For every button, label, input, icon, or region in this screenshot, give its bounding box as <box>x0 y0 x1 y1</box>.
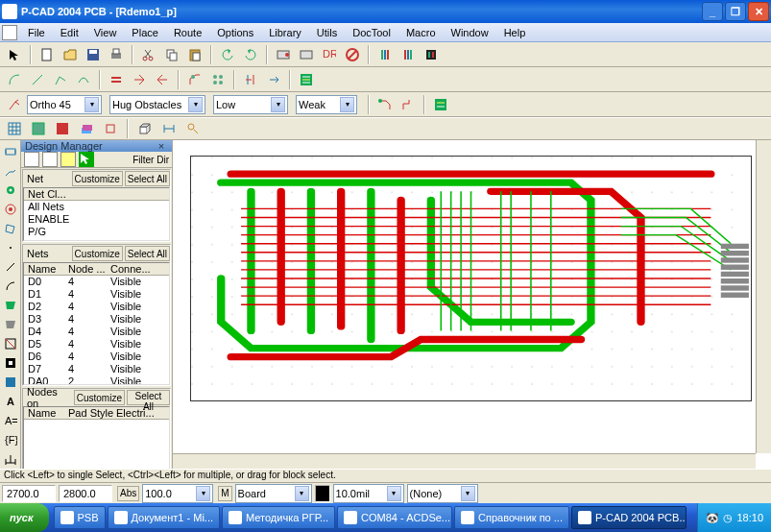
select-tool[interactable] <box>4 44 25 65</box>
taskbar-button[interactable]: P-CAD 2004 PCB... <box>571 506 687 529</box>
view-window-button[interactable] <box>28 118 49 139</box>
menu-library[interactable]: Library <box>262 26 308 39</box>
menu-view[interactable]: View <box>87 26 124 39</box>
clock[interactable]: 18:10 <box>736 512 763 523</box>
menu-file[interactable]: File <box>21 26 52 39</box>
place-polygon-button[interactable] <box>0 219 21 237</box>
place-field-button[interactable]: {F} <box>0 431 21 449</box>
nodes-customize-button[interactable]: Customize <box>74 390 125 405</box>
taskbar-button[interactable]: Методичка РГР... <box>222 506 335 529</box>
nodes-col-electri[interactable]: Electri... <box>116 407 165 419</box>
place-trace-button[interactable] <box>0 161 21 180</box>
dm-tool-4[interactable] <box>79 152 94 167</box>
tray-icon[interactable]: ◷ <box>723 512 733 524</box>
bias-combo[interactable]: Weak▾ <box>296 95 357 114</box>
place-plane-button[interactable] <box>0 354 21 373</box>
view-layers-button[interactable] <box>76 118 97 139</box>
view-assembly-button[interactable] <box>100 118 121 139</box>
place-room-button[interactable] <box>0 374 21 392</box>
save-button[interactable] <box>83 44 104 65</box>
width-combo[interactable]: 10.0mil▾ <box>333 484 404 503</box>
ortho-combo[interactable]: Ortho 45▾ <box>27 95 102 114</box>
view-3d-button[interactable] <box>134 118 156 139</box>
menu-doctool[interactable]: DocTool <box>346 26 398 39</box>
layer-color-swatch[interactable] <box>315 485 330 502</box>
macro-record-button[interactable] <box>273 44 294 65</box>
new-button[interactable] <box>36 44 58 65</box>
nodes-selectall-button[interactable]: Select All <box>127 390 170 405</box>
place-pad-button[interactable] <box>0 200 21 218</box>
menu-utils[interactable]: Utils <box>310 26 344 39</box>
menu-window[interactable]: Window <box>445 26 495 39</box>
close-button[interactable]: ✕ <box>748 2 769 21</box>
fanout-1-button[interactable] <box>129 69 150 90</box>
place-line-tool[interactable] <box>0 257 21 276</box>
coord-x[interactable]: 2700.0 <box>2 485 56 502</box>
menu-route[interactable]: Route <box>167 26 208 39</box>
fanout-2-button[interactable] <box>152 69 173 90</box>
nets-col-name[interactable]: Name <box>28 263 68 275</box>
place-cutout-button[interactable] <box>0 316 21 334</box>
menu-options[interactable]: Options <box>210 26 260 39</box>
net-list[interactable]: Net Cl... All Nets ENABLE P/G <box>23 187 170 241</box>
nodes-col-pad[interactable]: Pad Style <box>68 407 116 419</box>
place-component-button[interactable] <box>0 142 21 160</box>
table-row[interactable]: D34Visible <box>24 313 169 326</box>
obstacle-combo[interactable]: Hug Obstacles▾ <box>109 95 205 114</box>
view-nets-button[interactable] <box>52 118 73 139</box>
abs-button[interactable]: Abs <box>117 486 139 501</box>
maximize-button[interactable]: ❐ <box>725 2 746 21</box>
nets-customize-button[interactable]: Customize <box>72 246 123 261</box>
place-arc-button[interactable] <box>4 69 25 90</box>
cut-button[interactable] <box>138 44 159 65</box>
table-row[interactable]: D24Visible <box>24 301 169 313</box>
menu-edit[interactable]: Edit <box>54 26 85 39</box>
push-button[interactable] <box>240 69 261 90</box>
taskbar-button[interactable]: Справочник по ... <box>454 506 569 529</box>
dm-tool-3[interactable] <box>60 152 76 167</box>
paste-button[interactable] <box>184 44 205 65</box>
menu-help[interactable]: Help <box>497 26 533 39</box>
layer-combo[interactable]: Board▾ <box>235 484 312 503</box>
nets-col-conn[interactable]: Conne... <box>110 263 165 275</box>
effort-combo[interactable]: Low▾ <box>213 95 288 114</box>
taskbar-button[interactable]: Документ1 - Mi... <box>108 506 220 529</box>
nets-selectall-button[interactable]: Select All <box>125 246 170 261</box>
autoroute-settings-button[interactable] <box>430 94 451 115</box>
dm-tool-1[interactable] <box>24 152 39 167</box>
miter-button[interactable] <box>184 69 205 90</box>
minimize-button[interactable]: _ <box>702 2 723 21</box>
macro-play-button[interactable] <box>296 44 317 65</box>
place-arc2-button[interactable] <box>73 69 94 90</box>
place-via-button[interactable] <box>0 181 21 199</box>
stop-button[interactable] <box>342 44 363 65</box>
mdi-icon[interactable] <box>2 25 17 40</box>
horizontal-scrollbar[interactable] <box>173 453 756 469</box>
route-config-1[interactable] <box>374 94 396 115</box>
browse-button[interactable] <box>182 118 204 139</box>
filter-dir-label[interactable]: Filter Dir <box>133 155 169 165</box>
table-row[interactable]: D44Visible <box>24 326 169 338</box>
style-combo[interactable]: (None)▾ <box>407 484 478 503</box>
undo-button[interactable] <box>217 44 238 65</box>
via-pattern-button[interactable] <box>207 69 229 90</box>
drc-button[interactable]: DRC <box>319 44 340 65</box>
view-grid-button[interactable] <box>4 118 25 139</box>
place-attr-button[interactable]: A= <box>0 412 21 430</box>
table-row[interactable]: D04Visible <box>24 276 169 288</box>
net-selectall-button[interactable]: Select All <box>125 171 170 186</box>
close-panel-button[interactable]: × <box>155 140 168 152</box>
place-arc-tool[interactable] <box>0 277 21 295</box>
nets-list[interactable]: Name Node ... Conne... D04VisibleD14Visi… <box>23 262 170 385</box>
net-col-header[interactable]: Net Cl... <box>28 188 66 200</box>
taskbar-button[interactable]: COM84 - ACDSe... <box>337 506 452 529</box>
place-dimension-button[interactable] <box>0 450 21 469</box>
design-manager-title[interactable]: Design Manager × <box>21 140 172 152</box>
route-mode-button[interactable] <box>4 94 25 115</box>
dimension-button[interactable] <box>158 118 180 139</box>
dm-tool-2[interactable] <box>42 152 58 167</box>
net-customize-button[interactable]: Customize <box>72 171 123 186</box>
pcb-canvas[interactable] <box>173 140 771 469</box>
vertical-scrollbar[interactable] <box>756 140 771 453</box>
layers-2-button[interactable] <box>398 44 419 65</box>
